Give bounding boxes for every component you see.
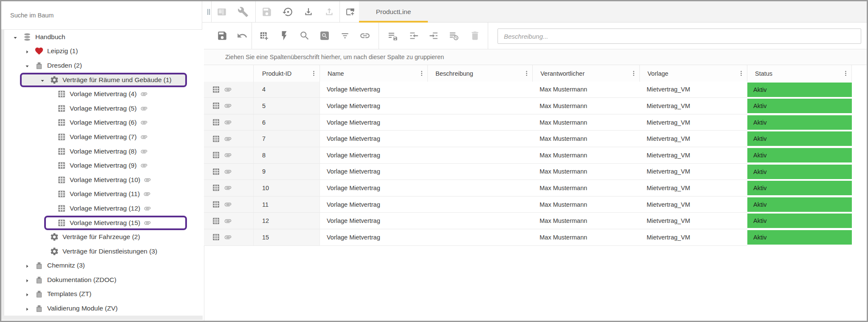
row-icons-cell[interactable]: [204, 131, 254, 147]
cell-produkt-id[interactable]: 7: [254, 131, 320, 147]
move-left-icon[interactable]: [408, 30, 419, 41]
tree-item[interactable]: Vorlage Mietvertrag (4): [4, 87, 202, 101]
link-icon[interactable]: [359, 30, 370, 41]
caret-right-icon[interactable]: [23, 261, 31, 270]
tree-item[interactable]: Validierung Module (ZV): [4, 301, 202, 316]
cell-status[interactable]: Aktiv: [747, 229, 852, 246]
cell-status[interactable]: Aktiv: [747, 98, 852, 114]
cell-verantwortlicher[interactable]: Max Mustermann: [533, 114, 640, 131]
cell-vorlage[interactable]: Mietvertrag_VM: [640, 197, 747, 213]
cell-verantwortlicher[interactable]: Max Mustermann: [533, 131, 640, 147]
cell-status[interactable]: Aktiv: [747, 131, 852, 147]
cell-name[interactable]: Vorlage Mietvertrag: [320, 197, 428, 213]
caret-down-icon[interactable]: [11, 33, 20, 41]
row-icons-cell[interactable]: [204, 213, 254, 229]
row-icons-cell[interactable]: [204, 197, 254, 213]
cell-beschreibung[interactable]: [428, 180, 533, 197]
column-header-produkt-id[interactable]: Produkt-ID: [254, 65, 320, 82]
cell-beschreibung[interactable]: [428, 213, 533, 229]
trigger-bolt-icon[interactable]: [279, 30, 290, 41]
splitter-handle-icon[interactable]: [204, 7, 214, 17]
cell-verantwortlicher[interactable]: Max Mustermann: [533, 197, 640, 213]
tree-search-input[interactable]: [1, 1, 202, 29]
row-icons-cell[interactable]: [204, 180, 254, 197]
cell-produkt-id[interactable]: 8: [254, 147, 320, 164]
tree-item[interactable]: Vorlage Mietvertrag (11): [4, 187, 202, 202]
undo-icon[interactable]: [237, 30, 248, 41]
cell-produkt-id[interactable]: 11: [254, 197, 320, 213]
cell-produkt-id[interactable]: 12: [254, 213, 320, 229]
tree-item[interactable]: Vorlage Mietvertrag (8): [4, 144, 202, 159]
delete-trash-icon[interactable]: [469, 30, 481, 41]
grid-save-icon[interactable]: [217, 30, 228, 41]
column-header-name[interactable]: Name: [320, 65, 428, 82]
row-icons-cell[interactable]: [204, 147, 254, 164]
cell-verantwortlicher[interactable]: Max Mustermann: [533, 164, 640, 180]
tree-item[interactable]: Vorlage Mietvertrag (6): [4, 116, 202, 130]
cell-produkt-id[interactable]: 10: [254, 180, 320, 197]
column-menu-icon[interactable]: [418, 70, 425, 77]
cell-vorlage[interactable]: Mietvertrag_VM: [640, 114, 747, 131]
tree-item[interactable]: Templates (ZT): [4, 287, 202, 302]
cell-status[interactable]: Aktiv: [747, 164, 852, 180]
row-icons-cell[interactable]: [204, 82, 254, 98]
save-list-icon[interactable]: [387, 30, 398, 41]
cell-vorlage[interactable]: Mietvertrag_VM: [640, 213, 747, 229]
cell-name[interactable]: Vorlage Mietvertrag: [320, 213, 428, 229]
search-icon[interactable]: [299, 30, 310, 41]
caret-right-icon[interactable]: [23, 276, 31, 284]
cell-produkt-id[interactable]: 15: [254, 229, 320, 246]
tree-item[interactable]: Vorlage Mietvertrag (5): [4, 101, 202, 116]
cell-beschreibung[interactable]: [428, 197, 533, 213]
restore-history-icon[interactable]: [282, 6, 293, 17]
cell-name[interactable]: Vorlage Mietvertrag: [320, 98, 428, 114]
cell-status[interactable]: Aktiv: [747, 147, 852, 164]
cell-beschreibung[interactable]: [428, 114, 533, 131]
caret-right-icon[interactable]: [23, 290, 31, 298]
cell-name[interactable]: Vorlage Mietvertrag: [320, 114, 428, 131]
export-upload-icon[interactable]: [324, 6, 335, 17]
tab-productline[interactable]: ProductLine: [359, 1, 428, 23]
cell-verantwortlicher[interactable]: Max Mustermann: [533, 180, 640, 197]
cell-verantwortlicher[interactable]: Max Mustermann: [533, 147, 640, 164]
cell-beschreibung[interactable]: [428, 131, 533, 147]
caret-right-icon[interactable]: [23, 47, 31, 55]
tree-item[interactable]: Verträge für Dienstleistungen (3): [4, 244, 202, 259]
cell-status[interactable]: Aktiv: [747, 114, 852, 131]
cell-verantwortlicher[interactable]: Max Mustermann: [533, 213, 640, 229]
cell-name[interactable]: Vorlage Mietvertrag: [320, 147, 428, 164]
cell-status[interactable]: Aktiv: [747, 197, 852, 213]
cell-vorlage[interactable]: Mietvertrag_VM: [640, 98, 747, 114]
column-menu-icon[interactable]: [310, 70, 317, 77]
tree-item[interactable]: Vorlage Mietvertrag (12): [4, 201, 202, 216]
cell-beschreibung[interactable]: [428, 229, 533, 246]
tree-vertical-scrollbar[interactable]: [1, 30, 4, 316]
tree-item[interactable]: Verträge für Fahrzeuge (2): [4, 230, 202, 244]
new-tab-icon[interactable]: [345, 6, 356, 17]
tree-horizontal-scrollbar[interactable]: [1, 316, 203, 320]
history-list-icon[interactable]: [448, 30, 459, 41]
description-filter-input[interactable]: [498, 28, 861, 44]
cell-verantwortlicher[interactable]: Max Mustermann: [533, 229, 640, 246]
tree-item[interactable]: Dokumentation (ZDOC): [4, 273, 202, 287]
detail-view-icon[interactable]: [216, 6, 227, 17]
add-table-icon[interactable]: [258, 30, 269, 41]
cell-vorlage[interactable]: Mietvertrag_VM: [640, 164, 747, 180]
column-menu-icon[interactable]: [630, 70, 637, 77]
cell-vorlage[interactable]: Mietvertrag_VM: [640, 131, 747, 147]
cell-beschreibung[interactable]: [428, 98, 533, 114]
cell-name[interactable]: Vorlage Mietvertrag: [320, 180, 428, 197]
tree-item[interactable]: Vorlage Mietvertrag (15): [4, 216, 202, 230]
tree-item[interactable]: Leipzig (1): [4, 44, 202, 59]
column-header-verantwortlicher[interactable]: Verantwortlicher: [533, 65, 640, 82]
tree-item[interactable]: Handbuch: [4, 30, 202, 44]
tree-item[interactable]: Vorlage Mietvertrag (7): [4, 130, 202, 144]
cell-name[interactable]: Vorlage Mietvertrag: [320, 229, 428, 246]
tools-wrench-icon[interactable]: [237, 6, 249, 17]
cell-vorlage[interactable]: Mietvertrag_VM: [640, 147, 747, 164]
cell-status[interactable]: Aktiv: [747, 213, 852, 229]
caret-down-icon[interactable]: [23, 61, 31, 70]
group-by-hint-bar[interactable]: Ziehen Sie eine Spaltenüberschrift hierh…: [204, 49, 867, 65]
cell-vorlage[interactable]: Mietvertrag_VM: [640, 229, 747, 246]
cell-name[interactable]: Vorlage Mietvertrag: [320, 82, 428, 98]
